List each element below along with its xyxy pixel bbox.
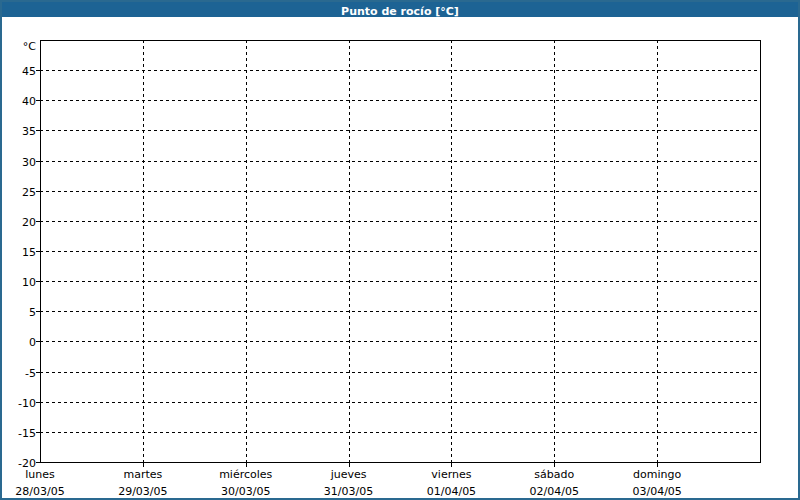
x-date-label: 01/04/05 (427, 485, 476, 498)
x-day-label: jueves (330, 468, 367, 481)
x-date-label: 28/03/05 (15, 485, 64, 498)
x-day-label: martes (123, 468, 162, 481)
chart-area: °C454035302520151050-5-10-15-20lunes28/0… (2, 17, 798, 498)
y-tick-label: 5 (29, 306, 36, 319)
y-tick-label: 0 (29, 336, 36, 349)
x-date-label: 31/03/05 (324, 485, 373, 498)
chart-title: Punto de rocío [°C] (341, 5, 459, 17)
y-tick-label: -5 (25, 367, 36, 380)
x-day-label: viernes (431, 468, 471, 481)
x-day-label: sábado (534, 468, 574, 481)
y-tick-label: 30 (22, 156, 36, 169)
x-day-label: lunes (25, 468, 55, 481)
y-tick-label: 45 (22, 65, 36, 78)
y-axis-unit-label: °C (23, 40, 37, 53)
y-tick-label: 10 (22, 276, 36, 289)
chart-canvas: °C454035302520151050-5-10-15-20lunes28/0… (2, 17, 798, 498)
y-tick-label: 35 (22, 125, 36, 138)
chart-window: Punto de rocío [°C] °C454035302520151050… (0, 0, 800, 500)
y-tick-label: 25 (22, 186, 36, 199)
x-day-label: miércoles (219, 468, 272, 481)
x-date-label: 30/03/05 (221, 485, 270, 498)
x-day-label: domingo (633, 468, 681, 481)
x-date-label: 02/04/05 (530, 485, 579, 498)
x-date-label: 03/04/05 (632, 485, 681, 498)
y-tick-label: -15 (18, 427, 36, 440)
y-tick-label: 15 (22, 246, 36, 259)
y-tick-label: 40 (22, 95, 36, 108)
y-tick-label: 20 (22, 216, 36, 229)
chart-titlebar: Punto de rocío [°C] (2, 2, 798, 17)
y-tick-label: -10 (18, 397, 36, 410)
x-date-label: 29/03/05 (118, 485, 167, 498)
